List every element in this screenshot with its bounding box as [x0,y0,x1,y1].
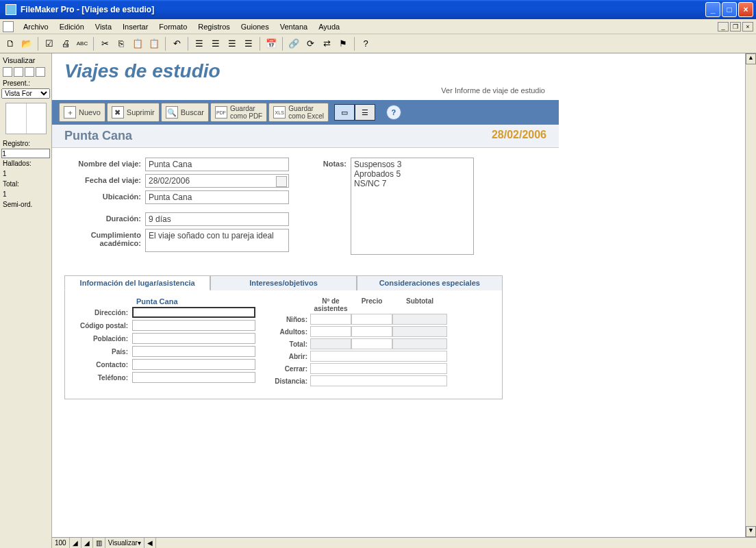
records-icon-1[interactable]: ☰ [192,36,207,51]
contacto-field[interactable] [132,359,255,370]
ubicacion-field[interactable]: Punta Cana [145,190,289,204]
guardar-excel-button[interactable]: XLSGuardarcomo Excel [268,103,329,122]
checkbox-icon[interactable]: ☑ [42,36,57,51]
document-icon [3,21,14,32]
book-navigator[interactable] [5,103,47,134]
mode-browse-icon[interactable] [3,67,12,77]
distancia-field[interactable] [310,375,447,386]
menu-insertar[interactable]: Insertar [117,21,153,32]
scroll-left-icon[interactable]: ◀ [144,538,156,548]
link-icon[interactable]: 🔗 [286,36,301,51]
print-icon[interactable]: 🖨 [58,36,73,51]
vertical-scrollbar[interactable]: ▲ ▼ [745,53,756,537]
menu-edicion[interactable]: Edición [54,21,90,32]
page-title: Viajes de estudio [64,60,546,82]
guardar-pdf-button[interactable]: PDFGuardarcomo PDF [210,103,267,122]
sub-minimize-button[interactable]: _ [718,22,729,32]
poblacion-label: Población: [73,333,132,344]
mode-layout-icon[interactable] [25,67,34,77]
records-icon-3[interactable]: ☰ [225,36,240,51]
layout-select[interactable]: Vista For [1,88,50,99]
view-list-button[interactable]: ☰ [355,104,375,121]
report-link[interactable]: Ver Informe de viaje de estudio [52,85,559,100]
adultos-precio[interactable] [351,326,392,337]
mode-indicator[interactable]: Visualizar [108,539,138,547]
telefono-field[interactable] [132,372,255,383]
records-icon-4[interactable]: ☰ [241,36,256,51]
notas-field[interactable]: Suspensos 3 Aprobados 5 NS/NC 7 [351,158,474,255]
hallados-label: Hallados: [3,160,32,167]
menu-guiones[interactable]: Guiones [236,21,275,32]
fecha-label: Fecha del viaje: [64,174,145,188]
ninos-label: Niños: [269,316,310,323]
mode-preview-icon[interactable] [36,67,45,77]
menu-ayuda[interactable]: Ayuda [313,21,345,32]
menu-vista[interactable]: Vista [90,21,117,32]
xls-icon: XLS [273,106,286,119]
help-icon[interactable]: ? [358,36,373,51]
maximize-button[interactable]: □ [722,2,737,17]
ubicacion-label: Ubicación: [64,190,145,204]
record-date: 28/02/2006 [492,129,546,143]
refresh-icon[interactable]: ⟳ [303,36,318,51]
nombre-field[interactable]: Punta Cana [145,158,289,171]
col-asistentes: Nº de asistentes [310,297,351,312]
undo-icon[interactable]: ↶ [169,36,184,51]
new-doc-icon[interactable]: 🗋 [3,36,18,51]
sidebar-title: Visualizar [1,55,50,66]
toggle-sidebar-icon[interactable]: ▥ [93,538,105,548]
tab-informacion[interactable]: Información del lugar/asistencia [64,275,210,290]
duracion-field[interactable]: 9 días [145,212,289,226]
menu-archivo[interactable]: Archivo [18,21,54,32]
buscar-button[interactable]: 🔍Buscar [161,103,209,122]
cerrar-field[interactable] [310,363,447,374]
adultos-asist[interactable] [310,326,351,337]
total-label: Total: [269,340,310,348]
tab-intereses[interactable]: Intereses/objetivos [210,275,356,290]
scroll-up-icon[interactable]: ▲ [746,53,756,64]
menu-formato[interactable]: Formato [153,21,192,32]
close-button[interactable]: × [738,2,753,17]
paste-icon[interactable]: 📋 [130,36,145,51]
cp-field[interactable] [132,320,255,331]
fecha-field[interactable]: 28/02/2006 [145,174,289,188]
total-asist [310,338,351,349]
menu-registros[interactable]: Registros [192,21,235,32]
scroll-down-icon[interactable]: ▼ [746,526,756,537]
direccion-field[interactable] [132,307,255,318]
ninos-asist[interactable] [310,314,351,325]
spell-icon[interactable]: ABC [75,36,90,51]
paste-special-icon[interactable]: 📋 [147,36,162,51]
nuevo-button[interactable]: ＋Nuevo [59,103,105,122]
tab-consideraciones[interactable]: Consideraciones especiales [357,275,503,290]
cut-icon[interactable]: ✂ [97,36,112,51]
flag-icon[interactable]: ⚑ [336,36,351,51]
menu-ventana[interactable]: Ventana [275,21,313,32]
suprimir-button[interactable]: ✖Suprimir [107,103,160,122]
zoom-value[interactable]: 100 [52,538,70,548]
open-icon[interactable]: 📂 [19,36,34,51]
minimize-button[interactable]: _ [705,2,720,17]
mode-find-icon[interactable] [14,67,23,77]
sync-icon[interactable]: ⇄ [319,36,334,51]
zoom-in-icon[interactable]: ◢ [81,538,93,548]
records-icon-2[interactable]: ☰ [208,36,223,51]
cumplimiento-field[interactable]: El viaje soñado con tu pareja ideal [145,229,289,252]
calendar-icon[interactable]: 📅 [264,36,279,51]
sub-close-button[interactable]: × [742,22,753,32]
abrir-field[interactable] [310,351,447,362]
view-form-button[interactable]: ▭ [334,104,355,121]
pais-field[interactable] [132,346,255,357]
telefono-label: Teléfono: [73,372,132,383]
record-number-input[interactable] [1,149,50,158]
ninos-precio[interactable] [351,314,392,325]
poblacion-field[interactable] [132,333,255,344]
window-titlebar: FileMaker Pro - [Viajes de estudio] _ □ … [0,0,756,19]
status-sidebar: Visualizar Present.: Vista For Registro:… [0,53,52,548]
help-button[interactable]: ? [386,105,401,120]
sub-restore-button[interactable]: ❐ [730,22,741,32]
present-label: Present.: [1,78,50,88]
pais-label: País: [73,346,132,357]
zoom-out-icon[interactable]: ◢ [70,538,81,548]
copy-icon[interactable]: ⎘ [114,36,129,51]
